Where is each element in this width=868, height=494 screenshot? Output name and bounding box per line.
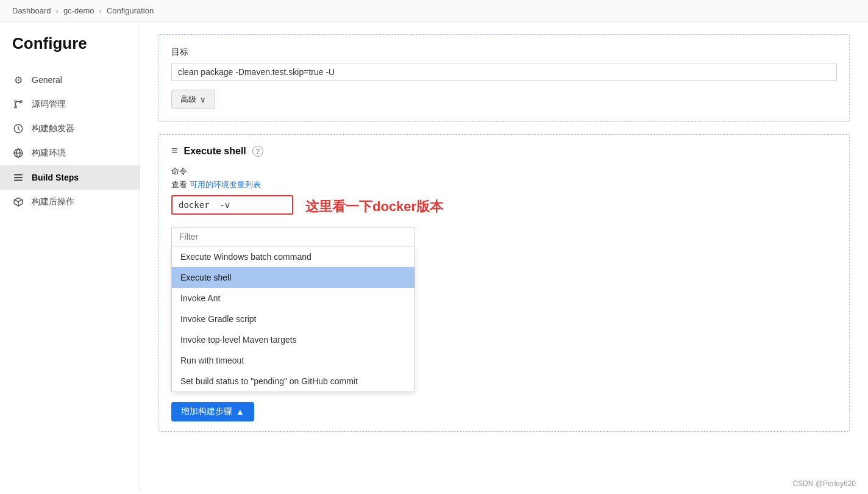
dropdown-item-invoke-gradle[interactable]: Invoke Gradle script (172, 309, 414, 329)
dropdown-item-invoke-maven[interactable]: Invoke top-level Maven targets (172, 329, 414, 350)
clock-icon (12, 123, 24, 135)
dropdown-item-run-timeout[interactable]: Run with timeout (172, 350, 414, 371)
help-icon[interactable]: ? (252, 146, 263, 157)
dropdown-item-set-build-status[interactable]: Set build status to "pending" on GitHub … (172, 371, 414, 392)
globe-icon (12, 147, 24, 159)
main-content: 目标 高级 ∨ ≡ Execute shell ? 命令 查看 可用的环境变量列… (140, 22, 868, 492)
execute-shell-panel: ≡ Execute shell ? 命令 查看 可用的环境变量列表 这里看一下d… (158, 134, 850, 432)
list-icon (12, 171, 24, 184)
execute-shell-header: ≡ Execute shell ? (171, 145, 837, 157)
sidebar-item-build-steps[interactable]: Build Steps (0, 165, 140, 190)
advanced-button[interactable]: 高级 ∨ (171, 90, 215, 109)
drag-handle-icon: ≡ (171, 145, 178, 157)
add-build-step-button[interactable]: 增加构建步骤 ▲ (171, 402, 254, 421)
cmd-label: 命令 (171, 166, 837, 177)
sidebar: Configure ⚙ General 源码管理 构建触发器 (0, 22, 140, 492)
breadcrumb-dashboard[interactable]: Dashboard (12, 6, 51, 15)
cmd-input[interactable] (171, 195, 293, 215)
dropdown-arrow-icon: ▲ (236, 407, 244, 417)
breadcrumb-gc-demo[interactable]: gc-demo (63, 6, 94, 15)
chevron-down-icon: ∨ (200, 95, 206, 104)
breadcrumb-configuration: Configuration (107, 6, 154, 15)
sidebar-item-source[interactable]: 源码管理 (0, 92, 140, 116)
env-link-container: 查看 可用的环境变量列表 (171, 179, 837, 190)
breadcrumb-sep-2: › (99, 6, 102, 15)
sidebar-item-source-label: 源码管理 (32, 99, 66, 110)
box-icon (12, 196, 24, 208)
svg-point-2 (15, 106, 16, 108)
dropdown-item-invoke-ant[interactable]: Invoke Ant (172, 288, 414, 309)
gear-icon: ⚙ (12, 74, 24, 86)
execute-shell-title: Execute shell (184, 146, 246, 157)
maven-target-input[interactable] (171, 63, 837, 81)
watermark: CSDN @Perley620 (792, 479, 856, 488)
advanced-button-label: 高级 (180, 94, 196, 105)
svg-point-0 (15, 101, 16, 102)
cmd-input-wrapper (171, 195, 293, 215)
annotation-docker-version: 这里看一下docker版本 (305, 198, 443, 216)
sidebar-item-post-build[interactable]: 构建后操作 (0, 190, 140, 214)
sidebar-item-triggers[interactable]: 构建触发器 (0, 116, 140, 141)
breadcrumb: Dashboard › gc-demo › Configuration (0, 0, 868, 22)
maven-target-label: 目标 (171, 47, 837, 58)
main-layout: Configure ⚙ General 源码管理 构建触发器 (0, 22, 868, 492)
breadcrumb-sep-1: › (56, 6, 59, 15)
sidebar-item-general-label: General (32, 75, 62, 85)
sidebar-item-general[interactable]: ⚙ General (0, 68, 140, 92)
sidebar-title: Configure (0, 34, 140, 68)
branch-icon (12, 98, 24, 110)
sidebar-item-env-label: 构建环境 (32, 148, 66, 159)
dropdown-list: Execute Windows batch command Execute sh… (171, 246, 415, 392)
dropdown-item-execute-windows[interactable]: Execute Windows batch command (172, 246, 414, 267)
dropdown-item-execute-shell[interactable]: Execute shell (172, 267, 414, 288)
dropdown-container: Execute Windows batch command Execute sh… (171, 227, 415, 392)
sidebar-item-post-build-label: 构建后操作 (32, 196, 74, 207)
add-build-step-label: 增加构建步骤 (181, 406, 232, 417)
env-link-prefix: 查看 (171, 180, 187, 189)
sidebar-item-env[interactable]: 构建环境 (0, 141, 140, 165)
sidebar-item-build-steps-label: Build Steps (32, 173, 79, 182)
sidebar-item-triggers-label: 构建触发器 (32, 123, 74, 134)
env-variables-link[interactable]: 可用的环境变量列表 (190, 180, 261, 189)
maven-section: 目标 高级 ∨ (158, 34, 850, 122)
dropdown-filter-input[interactable] (171, 227, 415, 246)
